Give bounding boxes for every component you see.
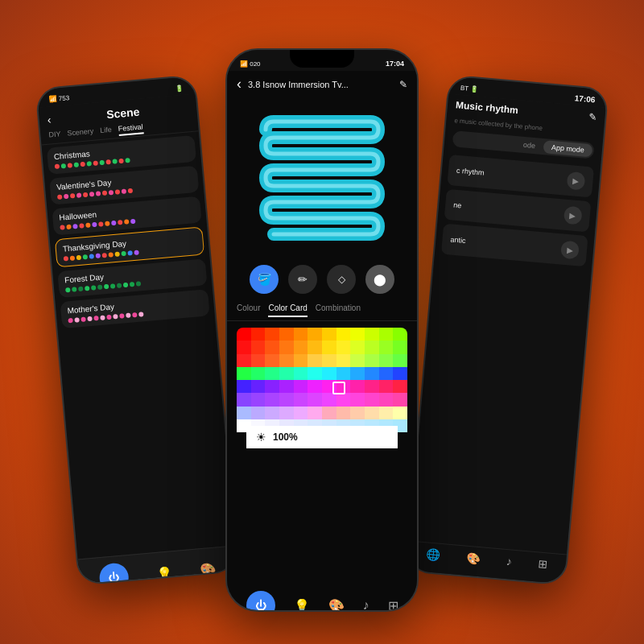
tab-life[interactable]: Life	[100, 126, 113, 138]
fill-tool-button[interactable]: 🪣	[250, 265, 279, 294]
palette-cell[interactable]	[393, 354, 407, 367]
center-bulb-icon[interactable]: 💡	[294, 598, 310, 613]
palette-cell[interactable]	[379, 393, 394, 406]
palette-cell[interactable]	[350, 367, 365, 380]
palette-cell[interactable]	[365, 367, 379, 380]
palette-cell[interactable]	[279, 354, 294, 367]
palette-cell[interactable]	[237, 393, 251, 406]
left-palette-icon[interactable]: 🎨	[200, 561, 217, 578]
palette-cell[interactable]	[393, 341, 407, 353]
right-grid-icon[interactable]: ⊞	[538, 557, 548, 571]
palette-cell[interactable]	[251, 341, 266, 353]
center-back-button[interactable]: ‹	[237, 76, 242, 93]
palette-cell[interactable]	[251, 367, 266, 380]
palette-cell[interactable]	[237, 341, 251, 353]
center-edit-icon[interactable]: ✎	[399, 79, 407, 90]
palette-cell[interactable]	[393, 367, 407, 380]
palette-cell[interactable]	[308, 367, 322, 380]
palette-cell[interactable]	[336, 367, 351, 380]
palette-cell[interactable]	[336, 407, 351, 419]
palette-cell[interactable]	[279, 367, 294, 380]
color-palette[interactable]: ☀ 100%	[237, 328, 407, 448]
palette-cell[interactable]	[279, 407, 294, 419]
palette-cell[interactable]	[379, 328, 394, 341]
mode-btn-app[interactable]: App mode	[543, 140, 592, 157]
palette-cell[interactable]	[294, 367, 308, 380]
palette-cell[interactable]	[336, 341, 351, 353]
palette-cell[interactable]	[393, 393, 407, 406]
palette-cell[interactable]	[294, 380, 308, 393]
palette-cell[interactable]	[322, 328, 336, 341]
center-palette-icon[interactable]: 🎨	[328, 598, 345, 613]
palette-cell[interactable]	[237, 328, 251, 341]
draw-tool-button[interactable]: ✏	[288, 265, 317, 294]
palette-cell[interactable]	[336, 393, 351, 406]
palette-cell[interactable]	[294, 341, 308, 353]
center-power-button[interactable]: ⏻	[246, 591, 275, 612]
palette-cell[interactable]	[237, 407, 251, 419]
palette-cell[interactable]	[308, 393, 322, 406]
palette-cell[interactable]	[265, 328, 279, 341]
palette-cell[interactable]	[322, 367, 336, 380]
play-btn-1[interactable]: ▶	[564, 206, 583, 225]
right-edit-icon[interactable]: ✎	[588, 111, 597, 123]
palette-cell[interactable]	[379, 380, 394, 393]
mode-btn-default[interactable]: ode	[514, 138, 543, 153]
left-back-button[interactable]: ‹	[47, 113, 52, 126]
palette-cell[interactable]	[308, 328, 322, 341]
palette-cell[interactable]	[265, 354, 279, 367]
palette-cell[interactable]	[265, 407, 279, 419]
palette-cell[interactable]	[308, 380, 322, 393]
tab-diy[interactable]: DIY	[48, 130, 61, 142]
palette-cell[interactable]	[350, 380, 365, 393]
palette-cell[interactable]	[279, 393, 294, 406]
palette-cell[interactable]	[393, 407, 407, 419]
palette-cell[interactable]	[365, 341, 379, 353]
tab-scenery[interactable]: Scenery	[67, 127, 94, 141]
palette-cell[interactable]	[279, 380, 294, 393]
palette-cell[interactable]	[393, 380, 407, 393]
palette-cell[interactable]	[308, 354, 322, 367]
palette-cell[interactable]	[336, 354, 351, 367]
palette-cell[interactable]	[365, 380, 379, 393]
palette-cell[interactable]	[294, 354, 308, 367]
palette-cell[interactable]	[279, 341, 294, 353]
palette-cell[interactable]	[350, 393, 365, 406]
palette-cell[interactable]	[265, 367, 279, 380]
palette-cell[interactable]	[350, 407, 365, 419]
palette-cell[interactable]	[265, 380, 279, 393]
tab-combination[interactable]: Combination	[316, 303, 361, 317]
palette-cell[interactable]	[336, 328, 351, 341]
palette-cell[interactable]	[350, 341, 365, 353]
palette-cell[interactable]	[379, 367, 394, 380]
palette-cell[interactable]	[379, 407, 394, 419]
palette-cell[interactable]	[237, 380, 251, 393]
palette-cell[interactable]	[350, 328, 365, 341]
right-music-icon[interactable]: ♪	[506, 555, 512, 568]
tab-color-card[interactable]: Color Card	[268, 303, 307, 317]
palette-cell[interactable]	[251, 328, 266, 341]
palette-cell[interactable]	[294, 328, 308, 341]
palette-cell[interactable]	[379, 341, 394, 353]
palette-cell[interactable]	[322, 341, 336, 353]
play-btn-2[interactable]: ▶	[560, 241, 580, 260]
palette-cell[interactable]	[279, 328, 294, 341]
palette-cell[interactable]	[365, 393, 379, 406]
palette-cell[interactable]	[251, 407, 266, 419]
palette-cell[interactable]	[265, 393, 279, 406]
play-btn-0[interactable]: ▶	[567, 171, 586, 191]
palette-cell[interactable]	[365, 354, 379, 367]
palette-cell[interactable]	[265, 341, 279, 353]
color-picker-button[interactable]: ⬤	[365, 265, 394, 294]
right-globe-icon[interactable]: 🌐	[426, 547, 440, 561]
tab-colour[interactable]: Colour	[237, 303, 260, 317]
palette-cell[interactable]	[365, 407, 379, 419]
tab-festival[interactable]: Festival	[118, 122, 143, 136]
palette-cell[interactable]	[393, 328, 407, 341]
palette-cell[interactable]	[379, 354, 394, 367]
left-power-button[interactable]: ⏻	[99, 562, 130, 585]
palette-cell[interactable]	[251, 380, 266, 393]
palette-cell[interactable]	[237, 367, 251, 380]
erase-tool-button[interactable]: ◇	[327, 265, 356, 294]
left-bulb-icon[interactable]: 💡	[156, 565, 174, 582]
